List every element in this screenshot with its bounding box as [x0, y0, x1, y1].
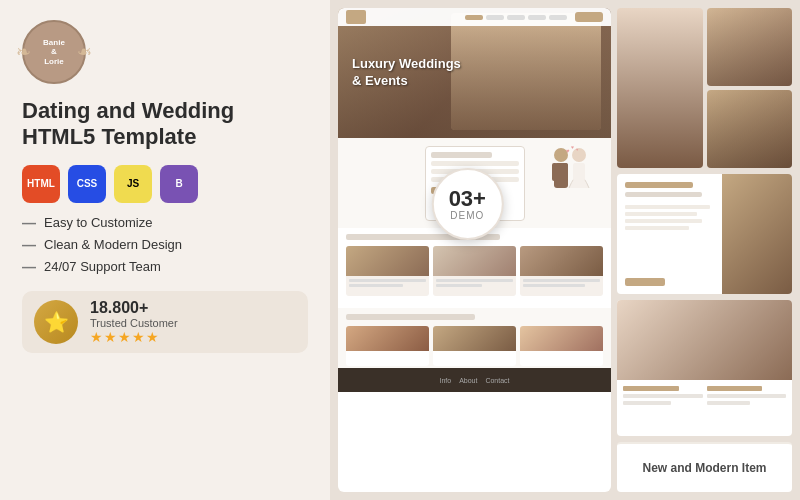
main-title-line1: Dating and Wedding — [22, 98, 308, 124]
brand-name: Banie & Lorie — [43, 38, 65, 67]
features-list: — Easy to Customize — Clean & Modern Des… — [22, 215, 308, 275]
sb-col-2 — [707, 386, 787, 405]
trust-text: 18.800+ Trusted Customer ★★★★★ — [90, 299, 178, 345]
preview-news-section — [338, 308, 611, 368]
mid-text-lines — [625, 205, 710, 230]
side-bottom-content — [617, 380, 792, 411]
side-middle — [617, 174, 792, 294]
badge-js: JS — [114, 165, 152, 203]
dash-icon-3: — — [22, 259, 36, 275]
trust-stars: ★★★★★ — [90, 329, 178, 345]
news-img-2 — [433, 326, 516, 351]
story-text-3 — [520, 276, 603, 290]
new-modern-label: New and Modern Item — [642, 461, 766, 475]
couple-silhouette — [451, 13, 601, 130]
mid-title — [625, 182, 693, 188]
side-preview: New and Modern Item — [617, 8, 792, 492]
svg-rect-5 — [573, 163, 585, 181]
story-line-3a — [523, 279, 600, 282]
demo-badge: 03+ DEMO — [431, 168, 503, 240]
nav-item-4 — [528, 15, 546, 20]
nav-cta-button[interactable] — [575, 12, 603, 22]
left-panel: ❧ Banie & Lorie ❧ Dating and Wedding HTM… — [0, 0, 330, 500]
trust-count: 18.800+ — [90, 299, 178, 317]
demo-number: 03+ — [449, 188, 486, 210]
portrait-img — [617, 8, 703, 168]
mid-line-4 — [625, 226, 689, 230]
svg-point-4 — [572, 148, 586, 162]
title-section: Dating and Wedding HTML5 Template — [22, 98, 308, 151]
side-img-bottom-right — [707, 90, 793, 168]
form-title-bar — [431, 152, 493, 158]
svg-rect-2 — [552, 163, 557, 181]
side-top-images — [617, 8, 792, 168]
nav-logo — [346, 10, 366, 24]
laurel-left-icon: ❧ — [16, 41, 31, 63]
preview-story-section — [338, 228, 611, 308]
footer-item-2: About — [459, 377, 477, 384]
star-badge-icon: ⭐ — [34, 300, 78, 344]
sb-line-2b — [707, 401, 751, 405]
side-img-portrait — [617, 8, 703, 168]
story-img-2 — [433, 246, 516, 276]
tech-badges: HTML CSS JS B — [22, 165, 308, 203]
couple-illustration: ♥ ♥ ♥ — [541, 143, 596, 222]
preview-navbar — [338, 8, 611, 26]
hero-text: Luxury Weddings& Events — [352, 56, 461, 90]
sb-title-1 — [623, 386, 679, 391]
new-modern-banner: New and Modern Item — [617, 442, 792, 492]
story-cards — [346, 246, 603, 296]
story-text-2 — [433, 276, 516, 290]
mid-line-2 — [625, 212, 697, 216]
feature-3: — 24/07 Support Team — [22, 259, 308, 275]
side-mid-image — [722, 174, 792, 294]
side-img-top-right — [707, 8, 793, 86]
news-card-3 — [520, 326, 603, 366]
news-img-3 — [520, 326, 603, 351]
story-line-3b — [523, 284, 585, 287]
badge-css: CSS — [68, 165, 106, 203]
sb-line-2a — [707, 394, 787, 398]
footer-item-3: Contact — [485, 377, 509, 384]
story-line-1a — [349, 279, 426, 282]
side-bottom — [617, 300, 792, 436]
story-line-1b — [349, 284, 403, 287]
right-panel: Luxury Weddings& Events — [330, 0, 800, 500]
badge-bootstrap: B — [160, 165, 198, 203]
hero-title: Luxury Weddings& Events — [352, 56, 461, 90]
story-card-2 — [433, 246, 516, 296]
trust-section: ⭐ 18.800+ Trusted Customer ★★★★★ — [22, 291, 308, 353]
mid-line-1 — [625, 205, 710, 209]
preview-footer: Info About Contact — [338, 368, 611, 392]
svg-text:♥: ♥ — [571, 144, 574, 150]
form-field-1 — [431, 161, 519, 166]
mid-subtitle — [625, 192, 702, 197]
mid-cta-button[interactable] — [625, 278, 665, 286]
sb-line-1a — [623, 394, 703, 398]
story-card-1 — [346, 246, 429, 296]
brand-logo: ❧ Banie & Lorie ❧ — [22, 20, 86, 84]
sb-title-2 — [707, 386, 763, 391]
preview-hero: Luxury Weddings& Events — [338, 8, 611, 138]
svg-rect-3 — [563, 163, 568, 181]
nav-item-1 — [465, 15, 483, 20]
news-section-title — [346, 314, 475, 320]
main-preview: Luxury Weddings& Events — [338, 8, 611, 492]
sb-line-1b — [623, 401, 671, 405]
main-title-line2: HTML5 Template — [22, 124, 308, 150]
laurel-right-icon: ❧ — [77, 41, 92, 63]
story-img-3 — [520, 246, 603, 276]
hero-couple-image — [451, 13, 601, 130]
dash-icon-1: — — [22, 215, 36, 231]
story-text-1 — [346, 276, 429, 290]
news-card-1 — [346, 326, 429, 366]
feature-2: — Clean & Modern Design — [22, 237, 308, 253]
svg-text:♥: ♥ — [566, 148, 570, 154]
nav-item-2 — [486, 15, 504, 20]
nav-item-5 — [549, 15, 567, 20]
sb-col-1 — [623, 386, 703, 405]
footer-item-1: Info — [439, 377, 451, 384]
story-line-2a — [436, 279, 513, 282]
nav-item-3 — [507, 15, 525, 20]
feature-1: — Easy to Customize — [22, 215, 308, 231]
